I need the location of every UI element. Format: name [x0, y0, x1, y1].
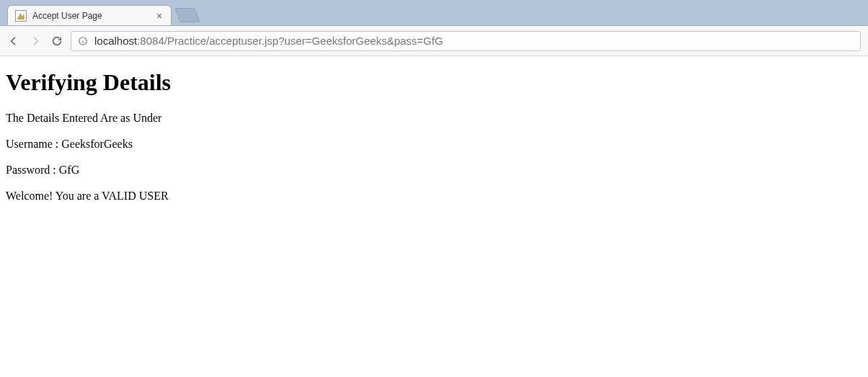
- new-tab-button[interactable]: [174, 8, 200, 22]
- site-info-icon[interactable]: [77, 35, 89, 47]
- username-line: Username : GeeksforGeeks: [6, 138, 862, 151]
- url-host: localhost: [94, 35, 137, 47]
- back-button[interactable]: [7, 35, 20, 48]
- page-heading: Verifying Details: [6, 69, 862, 96]
- browser-tab-strip-area: Accept User Page ×: [0, 0, 868, 26]
- welcome-line: Welcome! You are a VALID USER: [6, 190, 862, 203]
- favicon-icon: [15, 10, 27, 22]
- intro-line: The Details Entered Are as Under: [6, 112, 862, 125]
- address-bar[interactable]: localhost:8084/Practice/acceptuser.jsp?u…: [71, 31, 861, 51]
- forward-button[interactable]: [29, 35, 42, 48]
- tab-title: Accept User Page: [32, 11, 148, 21]
- tab-strip: Accept User Page ×: [0, 0, 868, 25]
- url-text: localhost:8084/Practice/acceptuser.jsp?u…: [94, 35, 443, 47]
- url-path: :8084/Practice/acceptuser.jsp?user=Geeks…: [137, 35, 443, 47]
- browser-tab[interactable]: Accept User Page ×: [7, 5, 172, 25]
- nav-buttons: [7, 35, 63, 48]
- close-icon[interactable]: ×: [154, 10, 165, 22]
- page-content: Verifying Details The Details Entered Ar…: [0, 56, 868, 229]
- password-line: Password : GfG: [6, 164, 862, 177]
- reload-button[interactable]: [50, 35, 63, 48]
- browser-toolbar: localhost:8084/Practice/acceptuser.jsp?u…: [0, 26, 868, 56]
